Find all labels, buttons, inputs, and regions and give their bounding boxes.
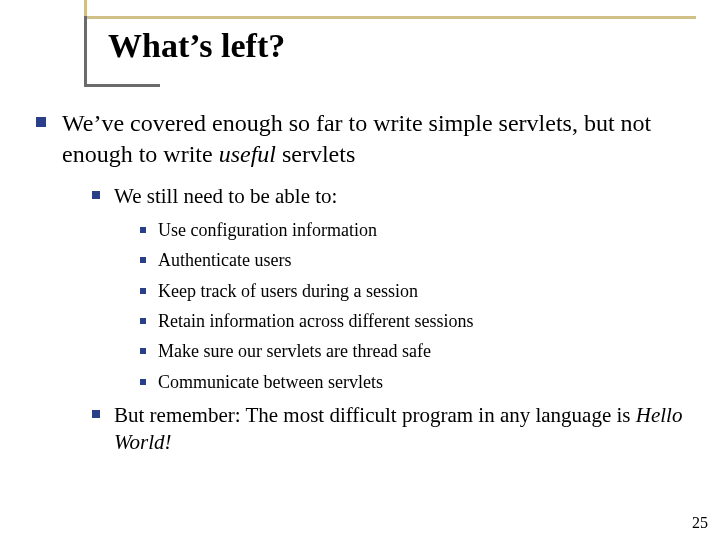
bullet-level2: We still need to be able to:: [92, 183, 686, 210]
square-bullet-icon: [92, 410, 100, 418]
title-decoration-left: [84, 16, 87, 84]
bullet-level1: We’ve covered enough so far to write sim…: [36, 108, 686, 169]
bullet-level3: Communicate between servlets: [140, 371, 686, 394]
slide-title: What’s left?: [108, 26, 285, 65]
level3-text: Authenticate users: [158, 249, 291, 272]
slide: What’s left? We’ve covered enough so far…: [0, 0, 720, 540]
title-decoration-bottom: [84, 84, 160, 87]
bullet-level3: Make sure our servlets are thread safe: [140, 340, 686, 363]
square-bullet-icon: [140, 379, 146, 385]
title-area: What’s left?: [108, 22, 285, 65]
level1-text: We’ve covered enough so far to write sim…: [62, 108, 686, 169]
square-bullet-icon: [140, 348, 146, 354]
sub2-part-a: But remember: The most difficult program…: [114, 403, 636, 427]
title-decoration-top: [84, 16, 696, 19]
level3-text: Communicate between servlets: [158, 371, 383, 394]
level3-text: Keep track of users during a session: [158, 280, 418, 303]
slide-content: We’ve covered enough so far to write sim…: [36, 108, 686, 465]
square-bullet-icon: [140, 257, 146, 263]
point1-part-c: servlets: [276, 141, 355, 167]
page-number: 25: [692, 514, 708, 532]
square-bullet-icon: [140, 318, 146, 324]
bullet-level2: But remember: The most difficult program…: [92, 402, 686, 457]
point1-part-a: We’ve covered enough so far to write sim…: [62, 110, 651, 167]
point1-part-b: useful: [219, 141, 276, 167]
level2-text: We still need to be able to:: [114, 183, 337, 210]
level3-container: Use configuration information Authentica…: [140, 219, 686, 394]
square-bullet-icon: [140, 227, 146, 233]
bullet-level3: Retain information across different sess…: [140, 310, 686, 333]
bullet-level3: Authenticate users: [140, 249, 686, 272]
square-bullet-icon: [36, 117, 46, 127]
level3-text: Make sure our servlets are thread safe: [158, 340, 431, 363]
title-decoration-vertical: [84, 0, 87, 16]
level3-text: Retain information across different sess…: [158, 310, 474, 333]
bullet-level3: Use configuration information: [140, 219, 686, 242]
square-bullet-icon: [140, 288, 146, 294]
level3-text: Use configuration information: [158, 219, 377, 242]
level2-text: But remember: The most difficult program…: [114, 402, 686, 457]
level2-container: We still need to be able to: Use configu…: [92, 183, 686, 456]
bullet-level3: Keep track of users during a session: [140, 280, 686, 303]
square-bullet-icon: [92, 191, 100, 199]
